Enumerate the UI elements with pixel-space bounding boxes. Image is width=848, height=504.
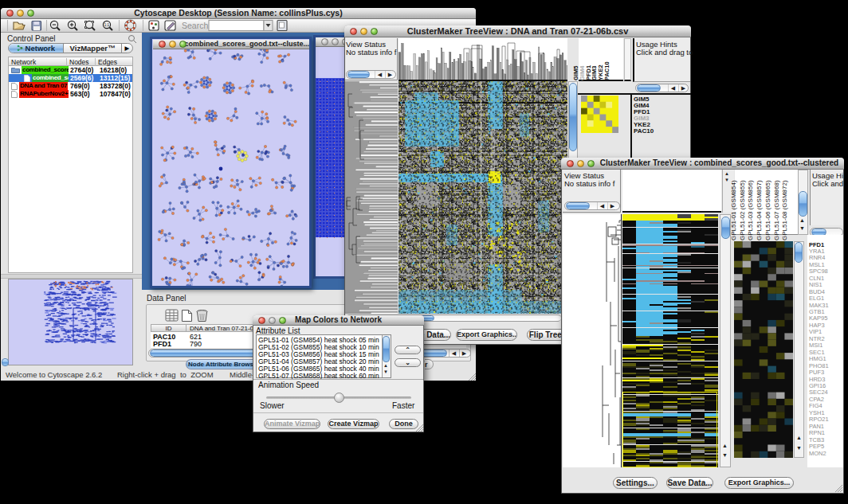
svg-text:1:1: 1:1: [104, 23, 110, 27]
svg-text:Search:: Search:: [182, 21, 210, 30]
